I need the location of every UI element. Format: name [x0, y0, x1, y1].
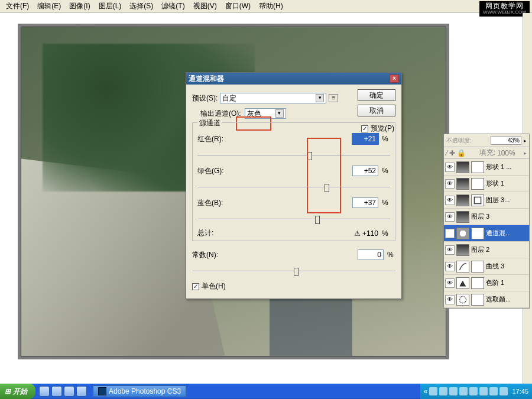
quick-launch-icon[interactable] [64, 386, 74, 397]
visibility-icon[interactable]: 👁 [445, 278, 455, 288]
quick-launch-icon[interactable] [76, 386, 87, 397]
visibility-icon[interactable]: 👁 [445, 212, 455, 222]
menu-file[interactable]: 文件(F) [2, 0, 33, 12]
adjustment-icon [471, 194, 484, 206]
tray-expand-icon[interactable]: « [424, 387, 428, 395]
tray-icon[interactable] [459, 387, 468, 395]
green-label: 绿色(G): [197, 166, 233, 176]
lock-icon[interactable]: ⁄ [446, 149, 447, 157]
red-input[interactable]: +21 [352, 134, 378, 144]
blue-label: 蓝色(B): [197, 198, 233, 208]
menu-edit[interactable]: 编辑(E) [34, 0, 64, 12]
lock-icon[interactable]: 🔒 [457, 149, 466, 157]
total-label: 总计: [197, 228, 233, 238]
tray-icon[interactable] [439, 387, 447, 395]
windows-taskbar: ⊞ 开始 Adobe Photoshop CS3 « 17:45 [0, 384, 532, 399]
ok-button[interactable]: 确定 [358, 89, 395, 101]
layer-mask [471, 277, 484, 289]
fill-input[interactable]: 100% [497, 149, 522, 157]
constant-slider[interactable] [192, 271, 395, 272]
start-button[interactable]: ⊞ 开始 [0, 384, 35, 399]
taskbar-task[interactable]: Adobe Photoshop CS3 [93, 385, 186, 397]
layer-row[interactable]: 👁色阶 1 [444, 275, 529, 291]
preset-menu-icon[interactable]: ≡ [329, 94, 338, 102]
monochrome-checkbox[interactable]: ✓ 单色(H) [192, 281, 395, 291]
close-icon[interactable]: × [390, 74, 399, 83]
dialog-titlebar[interactable]: 通道混和器 × [186, 73, 401, 85]
blue-slider[interactable] [197, 219, 390, 220]
levels-icon [456, 277, 469, 289]
menu-help[interactable]: 帮助(H) [255, 0, 287, 12]
layer-thumb [456, 194, 469, 206]
tray-icon[interactable] [499, 387, 508, 395]
blue-input[interactable]: +37 [352, 197, 378, 208]
menu-image[interactable]: 图像(I) [66, 0, 93, 12]
red-slider[interactable] [197, 155, 390, 156]
menu-select[interactable]: 选择(S) [126, 0, 157, 12]
layer-row[interactable]: 👁形状 1 [444, 176, 529, 192]
visibility-icon[interactable]: 👁 [445, 262, 455, 271]
layer-thumb [456, 161, 469, 173]
visibility-icon[interactable]: 👁 [445, 245, 455, 255]
constant-label: 常数(N): [192, 250, 228, 260]
layer-row[interactable]: 👁图层 3... [444, 192, 529, 209]
menu-window[interactable]: 窗口(W) [222, 0, 254, 12]
layers-lock-row: ⁄ ✚ 🔒 填充: 100% ▸ [444, 147, 529, 159]
chevron-right-icon[interactable]: ▸ [524, 150, 527, 156]
svg-point-1 [459, 296, 466, 303]
tray-icon[interactable] [469, 387, 478, 395]
tray-icon[interactable] [449, 387, 458, 395]
red-label: 红色(R): [197, 134, 233, 144]
svg-rect-0 [474, 197, 481, 203]
taskbar-clock[interactable]: 17:45 [512, 388, 528, 395]
fieldset-legend: 源通道 [197, 118, 222, 128]
constant-input[interactable]: 0 [358, 249, 384, 260]
visibility-icon[interactable]: 👁 [445, 229, 455, 238]
opacity-label: 不透明度: [446, 137, 488, 145]
chevron-right-icon[interactable]: ▸ [524, 138, 527, 144]
warning-icon: ⚠ [354, 229, 361, 238]
layer-mask [471, 261, 484, 273]
layer-row[interactable]: 👁选取颜... [444, 291, 529, 308]
source-channels-fieldset: 源通道 红色(R): +21 % 绿色(G): +52 % 蓝色(B): +37… [192, 122, 395, 241]
menu-view[interactable]: 视图(V) [190, 0, 220, 12]
preset-select[interactable]: 自定 ▾ [220, 93, 326, 103]
visibility-icon[interactable]: 👁 [445, 179, 455, 189]
lock-icon[interactable]: ✚ [449, 149, 455, 157]
windows-logo-icon: ⊞ [5, 387, 11, 395]
opacity-input[interactable]: 43% [491, 136, 521, 145]
total-value: ⚠ +110 [349, 229, 378, 238]
layers-header: 不透明度: 43% ▸ [444, 134, 529, 147]
cancel-button[interactable]: 取消 [358, 105, 395, 116]
layer-mask [471, 161, 484, 173]
layer-mask [471, 294, 484, 306]
green-slider[interactable] [197, 187, 390, 188]
menu-filter[interactable]: 滤镜(T) [158, 0, 188, 12]
quick-launch-icon[interactable] [39, 386, 50, 397]
menu-layer[interactable]: 图层(L) [95, 0, 125, 12]
layer-row[interactable]: 👁图层 3 [444, 209, 529, 225]
channel-mixer-dialog: 通道混和器 × 确定 取消 ✓ 预览(P) 预设(S): 自定 ▾ ≡ 输出通道… [186, 72, 402, 299]
layer-row[interactable]: 👁形状 1 ... [444, 159, 529, 176]
layers-panel: 不透明度: 43% ▸ ⁄ ✚ 🔒 填充: 100% ▸ 👁形状 1 ... 👁… [443, 134, 530, 309]
selective-color-icon [456, 294, 469, 306]
tray-icon[interactable] [489, 387, 498, 395]
visibility-icon[interactable]: 👁 [445, 196, 455, 205]
quick-launch [35, 386, 90, 397]
visibility-icon[interactable]: 👁 [445, 163, 455, 172]
layer-row-selected[interactable]: 👁通道混... [444, 225, 529, 242]
fill-label: 填充: [468, 148, 495, 158]
output-channel-select[interactable]: 灰色 ▾ [245, 108, 286, 119]
green-input[interactable]: +52 [352, 166, 378, 176]
dialog-title: 通道混和器 [189, 74, 224, 84]
layer-row[interactable]: 👁图层 2 [444, 242, 529, 258]
tray-icon[interactable] [429, 387, 437, 395]
chevron-down-icon: ▾ [316, 94, 324, 102]
chevron-down-icon: ▾ [275, 109, 284, 118]
tray-icon[interactable] [479, 387, 488, 395]
layer-row[interactable]: 👁曲线 3 [444, 258, 529, 275]
layer-thumb [456, 244, 469, 256]
quick-launch-icon[interactable] [51, 386, 62, 397]
visibility-icon[interactable]: 👁 [445, 295, 455, 304]
curves-icon [456, 261, 469, 273]
